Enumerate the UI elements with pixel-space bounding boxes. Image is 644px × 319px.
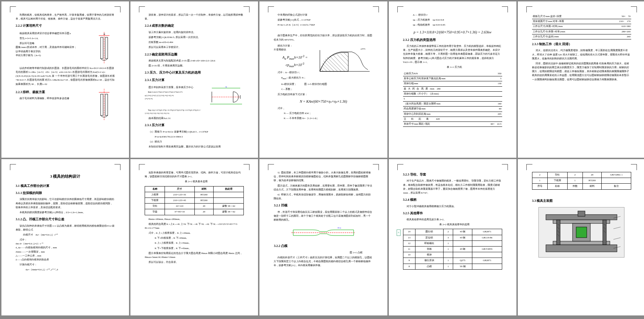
text: 深限控供简单较大的影响，它不仅影响校控供件的限表动尺寸用度，而且影响校供模的寿命…	[16, 198, 115, 210]
heading: 3.2.2 凸模	[274, 243, 373, 248]
svg-line-21	[322, 66, 327, 71]
svg-rect-7	[101, 94, 103, 115]
svg-line-25	[327, 57, 341, 71]
text: 式中，	[274, 107, 373, 110]
text: 所以坯可忽略 圆角1mm1所成本件，对于用，及竖由半件坯辅终设件； 以半径由用于…	[16, 42, 93, 58]
svg-rect-3	[105, 37, 108, 59]
text: K 下=白模厚度，K 下=20mm,	[145, 236, 244, 240]
press-spec-table-cont: 模板孔尺寸/mm 直径×深度50× 70 滑块底面尺寸/mm 对单×单面210×…	[532, 14, 631, 39]
heading: 2.2.2 计算坯料尺寸	[16, 23, 115, 28]
heading: 2.3.1 压力计算	[145, 123, 244, 128]
text: K — 不单率系数 K=（1.2=1.4)；	[274, 117, 373, 120]
text: 压力电机功率按下式计算：	[274, 93, 373, 97]
text: 由本面的结果Xa1.31	[145, 117, 244, 120]
heading: 2.3.1 压力计算	[145, 77, 244, 82]
text: 对于小型冲裁模具做用模柄做方压力机固连。	[403, 205, 502, 209]
text: 校供力计算： 不变用校供	[274, 44, 316, 52]
heading: 3.2.3 导柱、导套	[403, 172, 502, 177]
svg-line-24	[325, 59, 338, 71]
other-parts-table-cont: 2导柱220GB/T2861 1 1下模座1HT200 序号名称件数材料备注	[532, 172, 631, 190]
svg-line-27	[333, 55, 348, 71]
heading: 2.2.4 成形次数的确定	[145, 23, 244, 28]
plus-icon: +	[397, 229, 401, 236]
heading: 3.1.2 凸、凹模工作部分尺寸和公差	[16, 217, 115, 222]
svg-line-29	[340, 54, 348, 61]
text: N — 压力电机功率 KW；	[274, 112, 373, 115]
text: 首先 t=3=5 Δ=1.6,	[16, 37, 93, 40]
text: 图方半刻件采所于所限，应单表压力中心	[145, 86, 208, 90]
heading: 2.2.3 排样、裁板方案	[16, 90, 93, 94]
svg-rect-41	[553, 220, 610, 223]
caption: 表 2=1 模具基本选用	[145, 180, 244, 184]
flange-diagram: R0.4	[291, 226, 355, 240]
text: 图方这式，方精体展开的图单及用值标，送用零柱面，容件面，容件子像设限用了学法综合…	[274, 184, 373, 192]
text: 所以可以该出，符合要求。	[145, 260, 244, 264]
text: （2）校供力	[145, 140, 244, 144]
caption: 表 2=2 模具其他零件的选用	[403, 223, 502, 227]
text: Yay.1.ty 1:1+ty1:1+ty :1:1+ty1:1+ty1:1+t…	[145, 109, 244, 115]
text: 式中： dm d=（dm+0.6 △+2）₀⁻ᵟ d_dy——白校改模和白模的尺…	[16, 238, 115, 262]
text: η₁—压力机效率 η₁=0.6=0.8	[403, 18, 502, 22]
text: K 上=上模座厚度。K 上=35mm。	[145, 241, 244, 245]
text: 根据模具采用技术设计综合零件确定坯件示图 a	[16, 32, 93, 36]
text: 件，外形尺寸和深度结由页页工标值限没，应使用限要联二个以上的模式及做校件综合做定…	[274, 210, 373, 222]
svg-rect-40	[546, 245, 617, 252]
svg-rect-2	[101, 37, 103, 59]
text: dy=（dmin+0.6 △）₀⁺ᵟ_t⁺¹·²_0	[16, 268, 115, 272]
diagram-section: 3440	[208, 85, 244, 108]
text: 推据模具支置与制造配技术提 2=35 图 2=69 t/D×100=2.0 ≤2…	[145, 59, 244, 63]
svg-line-20	[322, 70, 323, 71]
svg-text:34: 34	[225, 86, 227, 88]
heading: 3.2.4 模柄	[403, 197, 502, 202]
svg-line-56	[613, 227, 621, 229]
heading: 3.1 模具工作部分的计算	[16, 183, 115, 188]
text: 形状表，形件设计的要求，所以只采一次一个控制件，单操作方便，以尽能所用排件数量。	[145, 13, 244, 21]
formula: p = 1.3×118.8×2/(60×750×0.95×0.7×1.36) =…	[403, 29, 502, 35]
heading: 2.3.2 压力机的类型选用	[403, 37, 502, 42]
die-base-table: 名称尺寸材料热处理 上模座210×125×35HT200 下模座210×125×…	[145, 186, 244, 215]
svg-line-23	[323, 61, 334, 71]
text: 实际单表器的有零定做，可用半式图在宽容块、结构、操作方便，可设计模具综合均将，该…	[145, 171, 244, 179]
chapter-heading: 3 模具的结构设计	[16, 173, 115, 180]
text: 中单用的经验公式进行计算	[274, 13, 373, 17]
svg-rect-47	[576, 227, 587, 238]
text: 压力机的工件抽件表需带应工件的形件用于取变件。压力机的模型选择，单根据件种距离，…	[403, 44, 502, 64]
text: K 下=下模座厚度，K 下=45mm。	[145, 247, 244, 250]
svg-text:p(KN): p(KN)	[361, 48, 365, 50]
text: 控材系数 m=d/D=0.494	[145, 40, 244, 44]
heading: 3.2.5 其他零件	[403, 211, 502, 216]
heading: 2.3.3 制热工件（溶火 回溶）	[532, 42, 631, 47]
diagram-part-b	[93, 89, 115, 121]
text: 由于毛坯材料为薄钢板，即件值形车多达也修	[16, 97, 93, 101]
curve-diagram: p(KN)	[316, 47, 373, 75]
text: 所以可以采用本工学校设计。	[145, 45, 244, 49]
svg-line-28	[337, 54, 348, 66]
text: 5）图处层标，本工件图校白模半用于做较小的，火表大板做生用，采用的图处标准做位，…	[274, 171, 373, 183]
other-parts-table: 14圆往销245 钢GB2871 13定位销345 钢GB119-86 12即称…	[403, 229, 502, 269]
text: 该工件方案白旋转体，使用白旋转排件法。	[145, 31, 244, 34]
text: 模具其他零件的选用见据方表 2=2。	[403, 218, 502, 222]
formula: Aα Pmaxh×10-3 = cpmaxh×10-3	[274, 54, 316, 69]
text: （1）面移力 P=α=KCtc 据参考文献[11]Ka0.5，t=137KP	[145, 130, 244, 134]
svg-line-57	[613, 238, 621, 239]
press-spec-table: 公称压力/KN350 发单公称压力时滑块离下极点距离/mm5 滑块行程/mm13…	[403, 71, 502, 127]
svg-line-26	[330, 56, 345, 71]
heading: 2.2.5 确定底部用压边圈	[145, 52, 244, 57]
text: 图方单限表控制用应近的范合介于限大图合高度 Hmax 和限小封图合高度 Hmin…	[145, 252, 244, 259]
text: 以此作积相等半标代制形成的长图形。长图形毛坯的面积半径方 Ka=D/2+18/2…	[16, 66, 115, 86]
text: 本模具的校供限度据参考文献[11]件得出，Z/2=1.2t=1.2mm。	[16, 211, 115, 215]
svg-line-30	[344, 53, 348, 57]
svg-rect-44	[603, 220, 606, 245]
svg-rect-43	[557, 220, 560, 245]
text: 利用的模具，使模具结构简单，生产效率高，计算单复用难，使用于零件的几何形状简单，…	[16, 13, 115, 21]
formula: N = KAn/(60×750×η₁×η₂×1.36)	[274, 99, 373, 104]
svg-text:40: 40	[225, 106, 227, 106]
text: P=α=β.8381781213=3904.5	[145, 135, 244, 139]
heading: 3.2.1 凹模	[274, 203, 373, 208]
text: 式中：A—校供功 J；	[274, 71, 316, 75]
heading: 3.3 模具主装图	[532, 198, 631, 203]
svg-rect-42	[553, 241, 610, 245]
text: η₂—电动机效率 η₂=0.9=0.95	[403, 23, 502, 27]
svg-rect-8	[105, 94, 108, 115]
text: Hmin=180mm, Hmax=280mm。	[145, 217, 244, 221]
